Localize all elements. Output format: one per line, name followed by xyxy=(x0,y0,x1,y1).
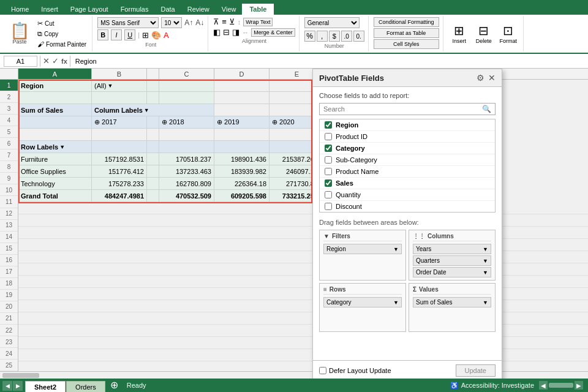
tab-review[interactable]: Review xyxy=(181,4,216,15)
col-header-e[interactable]: D xyxy=(214,69,270,79)
comma-icon[interactable]: , xyxy=(317,31,328,42)
col-header-d[interactable]: C xyxy=(159,69,214,79)
align-right-icon[interactable]: ◨ xyxy=(232,28,239,37)
cell-a1[interactable]: Region xyxy=(18,80,92,92)
tab-insert[interactable]: Insert xyxy=(35,4,64,15)
formula-input[interactable] xyxy=(73,58,584,65)
row-num-17[interactable]: 17 xyxy=(0,266,18,278)
cell-b1[interactable]: (All) ▼ xyxy=(92,80,147,92)
field-item-quantity[interactable]: Quantity xyxy=(320,189,495,201)
row-num-20[interactable]: 20 xyxy=(0,301,18,313)
border-icon[interactable]: ⊞ xyxy=(142,31,149,40)
value-sumsales-arrow[interactable]: ▼ xyxy=(483,300,488,306)
col-header-b[interactable]: B xyxy=(92,69,147,79)
col-item-quarters[interactable]: Quarters ▼ xyxy=(413,255,491,266)
field-check-quantity[interactable] xyxy=(325,191,332,198)
row-num-9[interactable]: 9 xyxy=(0,173,18,184)
field-check-sub-category[interactable] xyxy=(325,156,332,164)
increase-font-icon[interactable]: A↑ xyxy=(184,18,193,27)
field-check-region[interactable] xyxy=(325,121,332,129)
filter-item-region[interactable]: Region ▼ xyxy=(323,244,402,254)
tab-orders[interactable]: Orders xyxy=(66,381,105,392)
decrease-font-icon[interactable]: A↓ xyxy=(195,18,204,27)
row-num-18[interactable]: 18 xyxy=(0,278,18,290)
row-num-22[interactable]: 22 xyxy=(0,325,18,336)
align-middle-icon[interactable]: ≡ xyxy=(222,17,227,26)
insert-function-icon[interactable]: fx xyxy=(61,58,67,65)
tab-view[interactable]: View xyxy=(216,4,243,15)
col-header-a[interactable]: A xyxy=(18,69,92,79)
row-labels-header[interactable]: Row Labels ▼ xyxy=(18,141,92,153)
merge-center-button[interactable]: Merge & Center xyxy=(251,28,295,37)
pivot-settings-icon[interactable]: ⚙ xyxy=(477,73,484,83)
row-num-2[interactable]: 2 xyxy=(0,91,18,103)
col-quarters-arrow[interactable]: ▼ xyxy=(483,258,488,264)
currency-icon[interactable]: $ xyxy=(329,31,340,42)
field-item-product-name[interactable]: Product Name xyxy=(320,166,495,178)
col-item-order-date[interactable]: Order Date ▼ xyxy=(413,267,491,277)
defer-checkbox[interactable] xyxy=(319,367,326,374)
values-area[interactable]: Σ Values Sum of Sales ▼ xyxy=(409,283,496,332)
field-item-sales[interactable]: Sales xyxy=(320,178,495,189)
paste-button[interactable]: 📋 Paste xyxy=(6,16,33,51)
align-center-icon[interactable]: ⊟ xyxy=(223,28,230,37)
row-num-21[interactable]: 21 xyxy=(0,313,18,325)
row-item-category[interactable]: Category ▼ xyxy=(323,297,402,307)
decrease-decimal-icon[interactable]: 0. xyxy=(353,31,364,42)
font-size-select[interactable]: 10 xyxy=(161,17,182,28)
next-sheet-btn[interactable]: ▶ xyxy=(13,381,23,391)
tab-sheet2[interactable]: Sheet2 xyxy=(25,381,66,392)
row-num-5[interactable]: 5 xyxy=(0,126,18,138)
increase-decimal-icon[interactable]: .0 xyxy=(341,31,352,42)
tab-table[interactable]: Table xyxy=(242,4,274,15)
field-check-discount[interactable] xyxy=(325,203,332,210)
row-num-14[interactable]: 14 xyxy=(0,232,18,243)
row-num-25[interactable]: 25 xyxy=(0,360,18,371)
delete-button[interactable]: ⊟ Delete xyxy=(473,22,495,45)
cell-styles-button[interactable]: Cell Styles xyxy=(374,39,439,49)
tab-formulas[interactable]: Formulas xyxy=(115,4,155,15)
row-num-7[interactable]: 7 xyxy=(0,149,18,161)
row-num-19[interactable]: 19 xyxy=(0,290,18,301)
field-check-sales[interactable] xyxy=(325,179,332,187)
rows-area[interactable]: ≡ Rows Category ▼ xyxy=(319,283,406,332)
field-item-sub-category[interactable]: Sub-Category xyxy=(320,154,495,166)
update-button[interactable]: Update xyxy=(456,364,496,377)
year-2018-header[interactable]: ⊕ 2018 xyxy=(159,116,214,129)
row-num-12[interactable]: 12 xyxy=(0,208,18,220)
italic-button[interactable]: I xyxy=(111,29,122,40)
field-check-product-id[interactable] xyxy=(325,133,332,140)
col-item-years[interactable]: Years ▼ xyxy=(413,244,491,254)
row-num-4[interactable]: 4 xyxy=(0,115,18,126)
cancel-entry-icon[interactable]: ✕ xyxy=(43,56,50,66)
font-name-select[interactable]: MS Sans Serif xyxy=(97,17,159,28)
col-years-arrow[interactable]: ▼ xyxy=(483,246,488,252)
defer-layout-update[interactable]: Defer Layout Update xyxy=(319,367,391,374)
pivot-search-input[interactable] xyxy=(323,105,482,113)
row-num-6[interactable]: 6 xyxy=(0,138,18,149)
row-num-1[interactable]: 1 xyxy=(0,80,18,91)
col-header-c[interactable] xyxy=(147,69,159,79)
confirm-entry-icon[interactable]: ✓ xyxy=(52,56,59,66)
row-num-15[interactable]: 15 xyxy=(0,243,18,255)
col-orderdate-arrow[interactable]: ▼ xyxy=(483,270,488,276)
row-num-10[interactable]: 10 xyxy=(0,184,18,196)
year-2017-header[interactable]: ⊕ 2017 xyxy=(92,116,147,129)
tab-page-layout[interactable]: Page Layout xyxy=(64,4,115,15)
field-check-category[interactable] xyxy=(325,145,332,152)
row-category-arrow[interactable]: ▼ xyxy=(393,300,399,306)
cell-reference-box[interactable] xyxy=(4,56,37,67)
value-item-sum-sales[interactable]: Sum of Sales ▼ xyxy=(413,297,491,307)
font-color-icon[interactable]: A xyxy=(164,31,169,40)
year-2019-header[interactable]: ⊕ 2019 xyxy=(214,116,270,129)
align-left-icon[interactable]: ◧ xyxy=(213,28,221,37)
row-num-11[interactable]: 11 xyxy=(0,196,18,208)
format-button[interactable]: ⊡ Format xyxy=(497,22,519,45)
fill-color-icon[interactable]: 🎨 xyxy=(151,31,161,40)
cut-button[interactable]: ✂ Cut xyxy=(36,19,88,28)
field-item-discount[interactable]: Discount xyxy=(320,201,495,212)
field-check-product-name[interactable] xyxy=(325,168,332,175)
row-num-3[interactable]: 3 xyxy=(0,103,18,115)
pivot-close-icon[interactable]: ✕ xyxy=(488,73,496,83)
cell-b3[interactable]: Column Labels ▼ xyxy=(92,104,214,116)
